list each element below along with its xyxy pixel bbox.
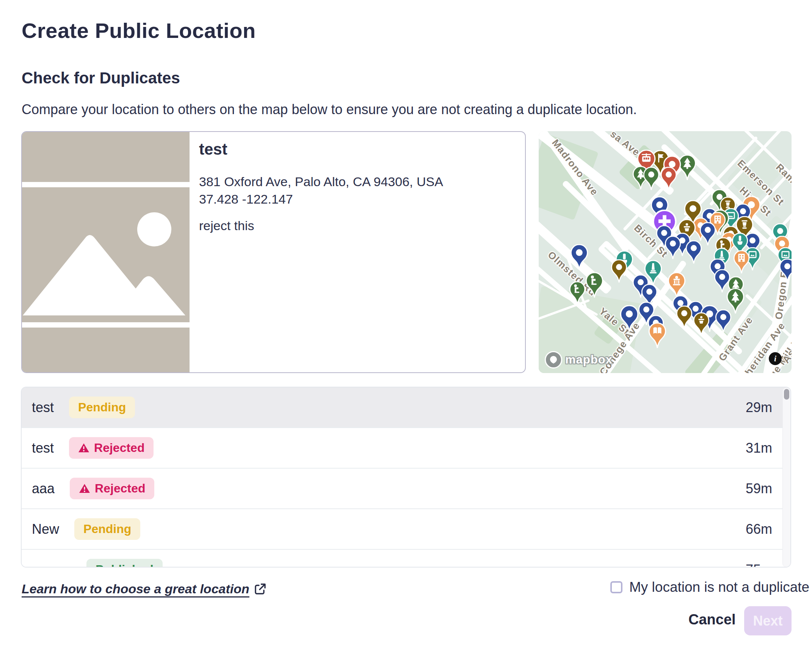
status-label: Published [95, 563, 153, 568]
location-name: test [199, 140, 227, 159]
status-badge: Rejected [69, 437, 153, 459]
section-description: Compare your location to others on the m… [22, 102, 637, 117]
map-info-button[interactable]: i [769, 352, 782, 365]
mapbox-logo-icon [545, 351, 562, 369]
map-pin-building[interactable] [733, 250, 750, 275]
location-card: test 381 Oxford Ave, Palo Alto, CA 94306… [21, 131, 526, 373]
status-badge: Pending [74, 518, 140, 540]
status-label: Rejected [95, 481, 145, 496]
not-duplicate-field: My location is not a duplicate [610, 579, 809, 595]
distance-value: 29m [746, 399, 772, 416]
list-scrollbar[interactable] [782, 388, 790, 567]
map-pin-dot[interactable] [643, 167, 660, 192]
duplicate-row[interactable]: NewPending66m [22, 509, 790, 550]
warning-icon [79, 483, 90, 494]
mapbox-logo-text: mapbox [565, 353, 613, 367]
address-line: 381 Oxford Ave, Palo Alto, CA 94306, USA [199, 173, 443, 190]
duplicate-row[interactable]: Published75m [22, 550, 790, 568]
create-public-location-page: Create Public Location Check for Duplica… [0, 0, 812, 668]
image-placeholder-icon [22, 132, 190, 372]
map-pin-book[interactable] [648, 322, 667, 350]
learn-link-label[interactable]: Learn how to choose a great location [22, 581, 249, 596]
distance-value: 75m [746, 562, 772, 568]
warning-icon [78, 443, 90, 453]
map-pin-dot[interactable] [619, 305, 639, 334]
duplicate-row[interactable]: aaaRejected59m [22, 469, 790, 509]
location-image-placeholder [22, 132, 190, 372]
map-pin-dot[interactable] [611, 259, 627, 284]
duplicates-rows: testPending29mtestRejected31maaaRejected… [22, 387, 790, 568]
duplicate-row[interactable]: testRejected31m [22, 428, 790, 469]
duplicate-row[interactable]: testPending29m [22, 387, 790, 428]
status-badge: Rejected [70, 478, 154, 499]
not-duplicate-checkbox[interactable] [610, 581, 622, 593]
status-badge: Published [87, 559, 163, 568]
page-title: Create Public Location [22, 18, 256, 43]
map-pin-dot[interactable] [685, 240, 702, 266]
map-pin-dot[interactable] [665, 236, 681, 261]
status-label: Rejected [94, 441, 144, 455]
distance-value: 31m [746, 440, 772, 456]
next-button[interactable]: Next [744, 606, 792, 635]
duplicates-list[interactable]: testPending29mtestRejected31maaaRejected… [21, 387, 791, 568]
map-pin-person[interactable] [585, 272, 604, 299]
map-pin-fountain[interactable] [693, 312, 710, 337]
duplicates-map[interactable]: sa AveMadrono AveRamEmerson StHigh StBir… [539, 131, 792, 373]
cancel-button[interactable]: Cancel [686, 611, 738, 628]
distance-value: 59m [746, 481, 772, 497]
location-address: 381 Oxford Ave, Palo Alto, CA 94306, USA… [199, 173, 443, 208]
learn-link[interactable]: Learn how to choose a great location [22, 581, 267, 596]
section-heading: Check for Duplicates [22, 69, 180, 87]
duplicate-name: aaa [32, 481, 55, 497]
mapbox-logo[interactable]: mapbox [545, 351, 613, 369]
coordinates: 37.428 -122.147 [199, 190, 443, 208]
status-label: Pending [78, 400, 126, 414]
distance-value: 66m [746, 521, 772, 537]
status-label: Pending [83, 522, 131, 536]
duplicate-name: New [32, 521, 59, 537]
map-pin-dot[interactable] [779, 259, 792, 284]
map-pin-person[interactable] [569, 281, 586, 306]
map-pin-dot[interactable] [570, 244, 589, 271]
location-note: reject this [199, 219, 254, 233]
not-duplicate-label: My location is not a duplicate [629, 579, 809, 595]
duplicate-name: test [32, 440, 54, 456]
duplicate-name: test [32, 399, 54, 416]
external-link-icon [253, 582, 267, 596]
list-scrollbar-thumb[interactable] [784, 389, 789, 399]
map-pin-dot[interactable] [715, 309, 732, 334]
location-card-details: test 381 Oxford Ave, Palo Alto, CA 94306… [199, 132, 517, 372]
map-pin-dot[interactable] [676, 306, 693, 331]
status-badge: Pending [69, 397, 135, 418]
map-pin-dot[interactable] [660, 167, 677, 192]
